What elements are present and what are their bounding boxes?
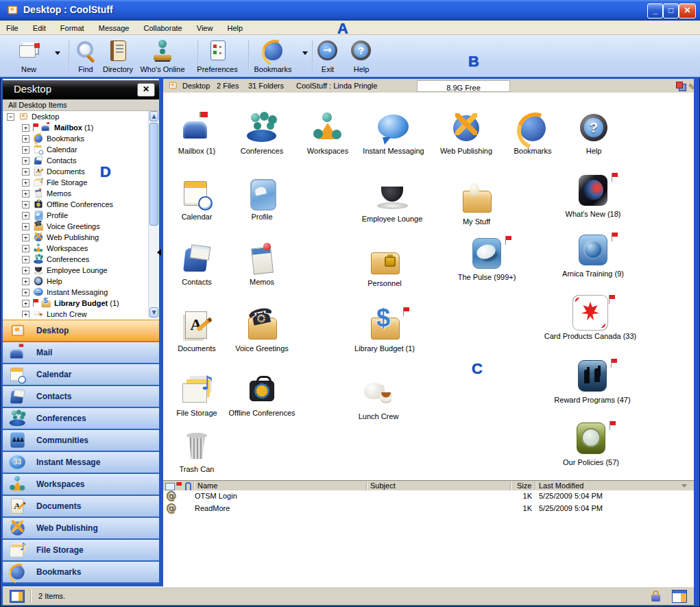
sidebar-item-desktop[interactable]: Desktop (3, 320, 159, 342)
expand-icon[interactable] (22, 168, 29, 176)
file-row-readmore[interactable]: @ ReadMore 1K 5/25/2009 5:04 PM (163, 503, 694, 515)
tree-item-offline-conferences[interactable]: Offline Conferences (3, 199, 159, 210)
minimize-button[interactable]: _ (647, 3, 663, 19)
menu-format[interactable]: Format (54, 21, 90, 34)
expand-icon[interactable] (22, 190, 29, 198)
tree-item-employee-lounge[interactable]: Employee Lounge (3, 265, 159, 276)
tree-item-library-budget[interactable]: Library Budget (1) (3, 298, 159, 309)
tree-item-conferences[interactable]: Conferences (3, 254, 159, 265)
sidebar-item-web-publishing[interactable]: Web Publishing (3, 518, 159, 540)
column-size[interactable]: Size (517, 481, 531, 490)
menu-edit[interactable]: Edit (27, 21, 52, 34)
expand-icon[interactable] (22, 223, 29, 230)
expand-icon[interactable] (22, 256, 29, 263)
tree-item-mailbox[interactable]: Mailbox (1) (3, 122, 159, 133)
sidebar-item-mail[interactable]: Mail (3, 342, 159, 364)
expand-icon[interactable] (22, 135, 29, 143)
sidebar-item-conferences[interactable]: Conferences (3, 408, 159, 430)
sidebar-item-workspaces[interactable]: Workspaces (3, 474, 159, 496)
expand-icon[interactable] (22, 311, 29, 318)
scroll-up-icon[interactable]: ▲ (149, 111, 158, 121)
tree-item-instant-messaging[interactable]: Instant Messaging (3, 287, 159, 298)
title-bar[interactable]: Desktop : CoolStuff _ □ ✕ (0, 0, 700, 21)
expand-icon[interactable] (22, 234, 29, 241)
menu-collaborate[interactable]: Collaborate (137, 21, 188, 34)
sidebar-close-icon[interactable]: ✕ (137, 83, 155, 97)
tree-item-help[interactable]: Help (3, 276, 159, 287)
preferences-button[interactable]: Preferences (189, 38, 246, 75)
sidebar-item-documents[interactable]: Documents (3, 496, 159, 518)
sidebar-item-communities[interactable]: Communities (3, 430, 159, 452)
expand-icon[interactable] (22, 201, 29, 209)
desktop-icon-the-pulse[interactable]: The Pulse (999+) (439, 236, 535, 281)
file-row-otsm-login[interactable]: @ OTSM Login 1K 5/25/2009 5:04 PM (163, 490, 694, 503)
desktop-icon-reward-programs[interactable]: Reward Programs (47) (538, 359, 647, 404)
expand-icon[interactable] (22, 278, 29, 285)
scrollbar-thumb[interactable] (149, 123, 158, 226)
tree-item-documents[interactable]: Documents (3, 166, 159, 177)
desktop-icon-lunch-crew[interactable]: Lunch Crew (330, 375, 426, 420)
tree-scrollbar[interactable]: ▲ ▼ (148, 111, 159, 318)
expand-icon[interactable] (22, 267, 29, 274)
column-name[interactable]: Name (197, 481, 217, 490)
whos-online-button[interactable]: Who's Online (134, 38, 191, 75)
tree-item-web-publishing[interactable]: Web Publishing (3, 232, 159, 243)
desktop-icon-card-products-canada[interactable]: Card Products Canada (33) (535, 295, 645, 340)
tree-item-workspaces[interactable]: Workspaces (3, 243, 159, 254)
tree-item-contacts[interactable]: Contacts (3, 155, 159, 166)
menu-file[interactable]: File (0, 21, 25, 34)
window-layout-icon[interactable] (672, 590, 687, 603)
desktop-icon-arnica-training[interactable]: Arnica Training (9) (545, 233, 641, 278)
expand-icon[interactable] (22, 157, 29, 165)
desktop-icon-employee-lounge[interactable]: Employee Lounge (344, 178, 440, 223)
tree-item-voice-greetings[interactable]: Voice Greetings (3, 221, 159, 232)
desktop-icon-library-budget[interactable]: Library Budget (1) (337, 307, 433, 353)
desktop-icon-whats-new[interactable]: What's New (18) (545, 173, 641, 218)
tree-item-calendar[interactable]: Calendar (3, 144, 159, 155)
collapse-icon[interactable] (7, 113, 14, 121)
expand-icon[interactable] (22, 212, 29, 219)
column-subject[interactable]: Subject (370, 481, 396, 490)
expand-icon[interactable] (22, 146, 29, 154)
view-layers-icon[interactable] (676, 82, 683, 88)
desktop-icon-memos[interactable]: Memos (214, 241, 310, 286)
tree-item-file-storage[interactable]: File Storage (3, 177, 159, 188)
desktop-icon-help[interactable]: Help (546, 110, 642, 155)
bookmarks-button[interactable]: Bookmarks (244, 38, 302, 75)
sidebar-item-bookmarks[interactable]: Bookmarks (3, 562, 159, 584)
split-view-icon[interactable] (10, 590, 25, 603)
maximize-button[interactable]: □ (663, 3, 679, 19)
tree-item-bookmarks[interactable]: Bookmarks (3, 133, 159, 144)
tree-item-desktop-root[interactable]: Desktop (3, 111, 159, 122)
expand-icon[interactable] (22, 179, 29, 187)
expand-icon[interactable] (22, 300, 29, 307)
flag-column-icon[interactable] (177, 482, 182, 486)
desktop-icon-personnel[interactable]: Personnel (337, 242, 433, 287)
menu-message[interactable]: Message (93, 21, 136, 34)
sidebar-item-calendar[interactable]: Calendar (3, 364, 159, 386)
desktop-icon-offline-conferences[interactable]: Offline Conferences (214, 372, 310, 417)
desktop-icon-our-policies[interactable]: Our Policies (57) (543, 421, 639, 466)
menu-help[interactable]: Help (221, 21, 249, 34)
new-button[interactable]: New (0, 38, 58, 75)
tree-item-lunch-crew[interactable]: Lunch Crew (3, 309, 159, 318)
sidebar-item-file-storage[interactable]: File Storage (3, 540, 159, 562)
desktop-icon-profile[interactable]: Profile (214, 176, 310, 221)
sidebar-item-contacts[interactable]: Contacts (3, 386, 159, 408)
sort-direction-icon[interactable] (681, 484, 687, 488)
scroll-down-icon[interactable]: ▼ (149, 307, 158, 318)
edit-pencil-icon[interactable]: ✎ (688, 80, 695, 94)
expand-icon[interactable] (22, 289, 29, 296)
expand-icon[interactable] (22, 245, 29, 252)
desktop-icon-my-stuff[interactable]: My Stuff (429, 180, 524, 226)
tree-item-profile[interactable]: Profile (3, 210, 159, 221)
close-button[interactable]: ✕ (679, 3, 696, 19)
tree-item-memos[interactable]: Memos (3, 188, 159, 199)
help-button[interactable]: Help (333, 38, 390, 75)
attachment-column-icon[interactable] (185, 482, 191, 490)
menu-view[interactable]: View (191, 21, 219, 34)
column-last-modified[interactable]: Last Modified (539, 481, 583, 490)
desktop-icon-trash-can[interactable]: Trash Can (163, 428, 245, 473)
expand-icon[interactable] (22, 124, 29, 132)
sidebar-item-instant-message[interactable]: Instant Message (3, 452, 159, 474)
